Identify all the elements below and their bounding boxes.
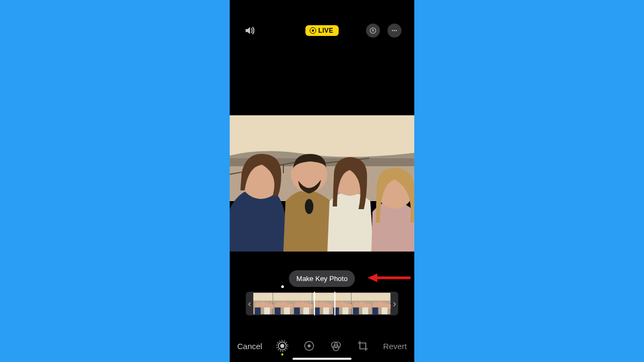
filters-tool-icon[interactable] [330,340,342,352]
filmstrip-frame[interactable] [273,292,293,315]
top-bar-right [366,24,401,38]
svg-rect-65 [372,307,378,314]
live-label: LIVE [318,27,333,34]
svg-rect-17 [255,307,261,314]
chevron-right-icon: › [393,298,396,309]
filmstrip-frame[interactable] [332,292,352,315]
svg-rect-25 [274,307,280,314]
svg-point-67 [281,344,284,348]
top-bar-left [243,24,257,38]
filmstrip-frame[interactable] [292,292,312,315]
revert-button[interactable]: Revert [383,342,407,351]
live-photo-filmstrip[interactable]: ‹ › [246,292,398,315]
chevron-left-icon: ‹ [248,298,251,309]
phone-screen: LIVE [230,0,414,362]
svg-point-1 [392,30,393,31]
filmstrip-frame[interactable] [352,292,371,315]
svg-rect-41 [313,307,319,314]
svg-rect-33 [294,307,300,314]
volume-icon[interactable] [243,24,257,38]
live-badge[interactable]: LIVE [305,25,339,36]
stage: LIVE [0,0,644,362]
svg-point-71 [308,344,311,348]
filmstrip-trim-handle-right[interactable]: › [391,292,398,315]
make-key-photo-label: Make Key Photo [296,275,347,283]
svg-rect-49 [333,307,339,314]
crop-tool-icon[interactable] [357,340,369,352]
svg-rect-50 [342,307,348,314]
svg-rect-34 [303,307,309,314]
live-ring-icon [310,27,316,34]
filmstrip-trim-handle-left[interactable]: ‹ [246,292,253,315]
editor-top-bar: LIVE [230,21,414,40]
live-photo-tool-icon[interactable] [276,340,288,352]
svg-rect-18 [264,307,270,314]
filmstrip-frames[interactable] [253,292,391,315]
editor-bottom-toolbar: Cancel [230,338,414,354]
filmstrip-frame[interactable] [312,292,332,315]
keyframe-dot-original [281,285,284,288]
main-photo[interactable] [230,115,414,252]
more-icon[interactable] [387,24,401,38]
svg-rect-66 [382,307,388,314]
svg-point-3 [396,30,397,31]
svg-rect-57 [353,307,359,314]
make-key-photo-button[interactable]: Make Key Photo [289,270,355,287]
filmstrip-frame[interactable] [371,292,391,315]
svg-point-2 [394,30,395,31]
adjust-tool-icon[interactable] [303,340,315,352]
edit-mode-tabs [276,340,369,352]
svg-point-8 [305,199,313,214]
cancel-button[interactable]: Cancel [237,342,262,351]
markup-icon[interactable] [366,24,380,38]
svg-rect-58 [362,307,368,314]
filmstrip-frame[interactable] [253,292,273,315]
home-indicator[interactable] [292,358,352,360]
svg-rect-26 [284,307,290,314]
svg-rect-42 [323,307,329,314]
